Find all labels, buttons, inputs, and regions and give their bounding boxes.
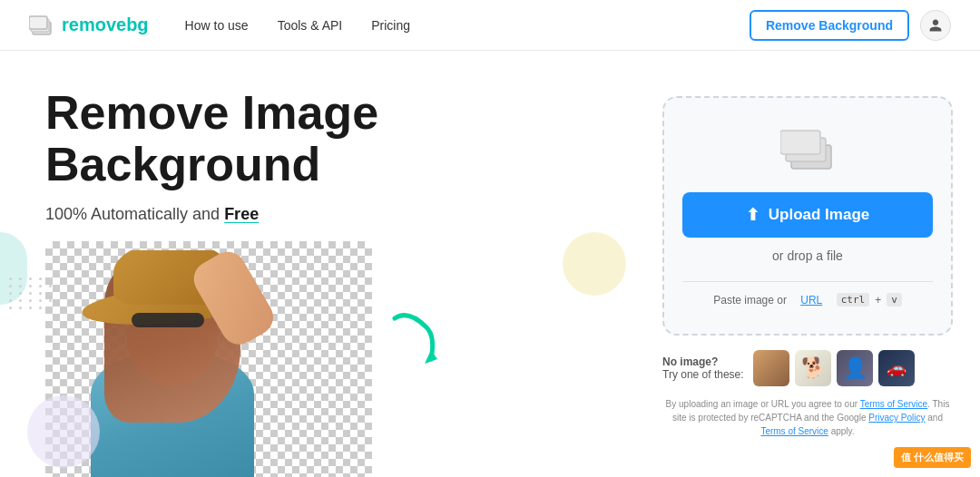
user-icon — [928, 18, 943, 33]
remove-background-button[interactable]: Remove Background — [750, 10, 909, 41]
footer-disclaimer: By uploading an image or URL you agree t… — [662, 397, 953, 438]
svg-rect-2 — [29, 16, 47, 29]
arrow-area — [381, 305, 454, 381]
logo-text: removebg — [62, 15, 149, 35]
decorative-dots — [9, 277, 54, 309]
sample-thumbs: 🐕 👤 🚗 — [753, 350, 915, 386]
layers-icon — [780, 125, 835, 170]
nav-tools-api[interactable]: Tools & API — [278, 18, 343, 33]
header-right: Remove Background — [750, 10, 951, 41]
samples-label: No image? Try one of these: — [662, 355, 744, 381]
logo[interactable]: removebg — [29, 13, 149, 38]
sample-thumb-1[interactable] — [753, 350, 789, 386]
blob-purple — [27, 395, 100, 468]
upload-section: ⬆ Upload Image or drop a file Paste imag… — [635, 51, 980, 477]
privacy-link[interactable]: Privacy Policy — [868, 413, 925, 423]
main-nav: How to use Tools & API Pricing — [185, 18, 410, 33]
sample-thumb-4[interactable]: 🚗 — [878, 350, 915, 386]
header: removebg How to use Tools & API Pricing … — [0, 0, 980, 51]
upload-image-button[interactable]: ⬆ Upload Image — [682, 192, 933, 238]
kbd-separator: + — [875, 294, 881, 307]
hero-section: Remove Image Background 100% Automatical… — [0, 51, 635, 477]
svg-rect-6 — [780, 131, 820, 154]
hero-subtitle: 100% Automatically and Free — [45, 205, 606, 224]
nav-pricing[interactable]: Pricing — [371, 18, 410, 33]
upload-card[interactable]: ⬆ Upload Image or drop a file Paste imag… — [662, 96, 953, 336]
watermark: 值 什么值得买 — [894, 447, 971, 468]
upload-arrow-icon: ⬆ — [746, 205, 760, 225]
terms-link-1[interactable]: Terms of Service — [860, 399, 927, 409]
samples-area: No image? Try one of these: 🐕 👤 🚗 — [662, 350, 953, 386]
drop-text: or drop a file — [772, 248, 843, 263]
sample-thumb-3[interactable]: 👤 — [837, 350, 873, 386]
header-left: removebg How to use Tools & API Pricing — [29, 13, 410, 38]
url-link[interactable]: URL — [800, 294, 822, 307]
arrow-icon — [381, 305, 454, 377]
logo-icon — [29, 13, 54, 38]
paste-text: Paste image or URL ctrl + v — [713, 293, 902, 307]
blob-yellow — [563, 232, 626, 296]
svg-marker-3 — [425, 350, 437, 364]
sample-thumb-2[interactable]: 🐕 — [795, 350, 831, 386]
kbd-v: v — [887, 293, 902, 307]
terms-link-2[interactable]: Terms of Service — [760, 426, 828, 436]
account-button[interactable] — [920, 10, 951, 41]
divider — [682, 281, 933, 282]
upload-icon-area — [780, 125, 835, 174]
kbd-ctrl: ctrl — [837, 293, 870, 307]
hero-title: Remove Image Background — [45, 87, 606, 190]
nav-how-to-use[interactable]: How to use — [185, 18, 249, 33]
main-content: Remove Image Background 100% Automatical… — [0, 51, 980, 477]
